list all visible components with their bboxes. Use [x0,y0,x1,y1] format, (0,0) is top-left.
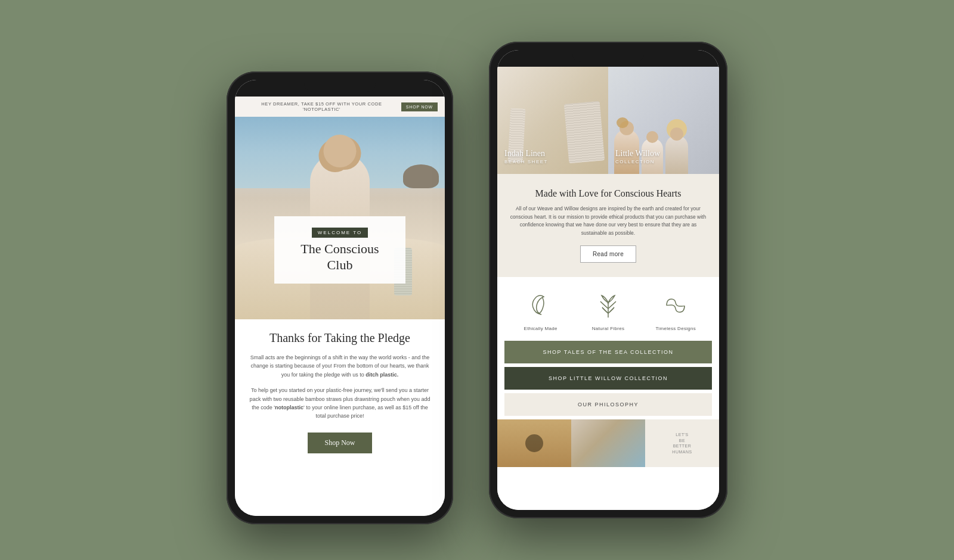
phone2-person2-head [646,131,658,143]
phone2-read-more-button[interactable]: Read more [580,245,636,263]
phone2-fibres-label: Natural Fibres [578,326,638,331]
notch-right [497,50,719,67]
phone2-product2-subtitle: COLLECTION [615,159,660,164]
phone1-code-text: notoplastic [275,405,303,410]
phone2-product1-subtitle: BEACH SHEET [504,159,548,164]
phone1-para2: To help get you started on your plastic-… [249,386,430,421]
phone2-better-humans-text: LET'SBEBETTERHUMANS [672,432,692,455]
phone2-designs-icon [659,289,692,322]
phone2-designs-label: Timeless Designs [646,326,705,331]
phone2-willow-button[interactable]: SHOP LITTLE WILLOW COLLECTION [504,367,712,390]
phone1-thanks-title: Thanks for Taking the Pledge [249,331,430,345]
phone2-bottom-img2 [571,419,645,467]
phone1-hero: WELCOME TO The Conscious Club [235,117,445,319]
phone2-ethical-icon [524,289,557,322]
phone2-product-indah[interactable]: Indah Linen BEACH SHEET [497,67,608,174]
phone2-conscious-title: Made with Love for Conscious Hearts [509,188,707,199]
phone2-icon-designs: Timeless Designs [646,289,705,331]
phone2-img1-detail [525,434,543,452]
phone2-linen-texture [564,101,605,164]
phone2-product2-title: Little Willow [615,149,660,159]
phone-left-inner: HEY DREAMER, TAKE $15 OFF WITH YOUR CODE… [235,80,445,516]
phone1-bold-text: ditch plastic. [366,372,398,378]
phone1-welcome-title: The Conscious Club [289,241,391,273]
phone2-person3 [665,135,688,174]
phone2-tales-button[interactable]: SHOP TALES OF THE SEA COLLECTION [504,341,712,363]
notch-pill-left [304,80,376,92]
phone2-fibres-icon [591,289,625,322]
phone2-product2-label: Little Willow COLLECTION [615,149,660,164]
phone2-bottom-img3: LET'SBEBETTERHUMANS [645,419,719,467]
phone1-cta-button[interactable]: Shop Now [308,433,371,453]
phone1-banner-shop-button[interactable]: SHOP NOW [401,102,438,111]
phone1-welcome-label: WELCOME TO [312,228,368,238]
phone2-conscious-section: Made with Love for Conscious Hearts All … [497,174,719,277]
notch-left [235,80,445,97]
phone2-icons-section: Ethically Made [497,277,719,341]
phone2-img2-bg [571,419,645,467]
phone2-product-grid: Indah Linen BEACH SHEET [497,67,719,174]
phone2-ethical-label: Ethically Made [511,326,571,331]
phone2-icon-fibres: Natural Fibres [578,289,638,331]
phone1-content: HEY DREAMER, TAKE $15 OFF WITH YOUR CODE… [235,97,445,516]
phone2-person3-head [670,127,683,141]
phone2-product1-title: Indah Linen [504,149,548,159]
phone1-welcome-box: WELCOME TO The Conscious Club [274,216,405,284]
phone2-icon-ethical: Ethically Made [511,289,571,331]
phone-right-inner: Indah Linen BEACH SHEET [497,50,719,510]
phone-left: HEY DREAMER, TAKE $15 OFF WITH YOUR CODE… [227,71,453,524]
phone-right: Indah Linen BEACH SHEET [489,42,727,518]
phone2-bottom-img1 [497,419,571,467]
phone2-cta-section: SHOP TALES OF THE SEA COLLECTION SHOP LI… [497,341,719,416]
phone2-content: Indah Linen BEACH SHEET [497,67,719,510]
phone2-philosophy-button[interactable]: OUR PHILOSOPHY [504,393,712,416]
phone1-banner-text: HEY DREAMER, TAKE $15 OFF WITH YOUR CODE… [242,101,401,112]
phone1-body: Thanks for Taking the Pledge Small acts … [235,319,445,465]
phone2-conscious-text: All of our Weave and Willow designs are … [509,205,707,237]
phone1-hero-rocks [403,164,439,188]
phone1-para1: Small acts are the beginnings of a shift… [249,353,430,379]
phone2-person1-hair [617,117,628,128]
phone2-product1-label: Indah Linen BEACH SHEET [504,149,548,164]
phone2-bottom-grid: LET'SBEBETTERHUMANS [497,419,719,467]
phone2-img1-bg [497,419,571,467]
scene: HEY DREAMER, TAKE $15 OFF WITH YOUR CODE… [0,0,954,560]
phone1-banner: HEY DREAMER, TAKE $15 OFF WITH YOUR CODE… [235,97,445,117]
notch-pill-right [572,50,644,62]
phone2-product-willow[interactable]: Little Willow COLLECTION [608,67,719,174]
